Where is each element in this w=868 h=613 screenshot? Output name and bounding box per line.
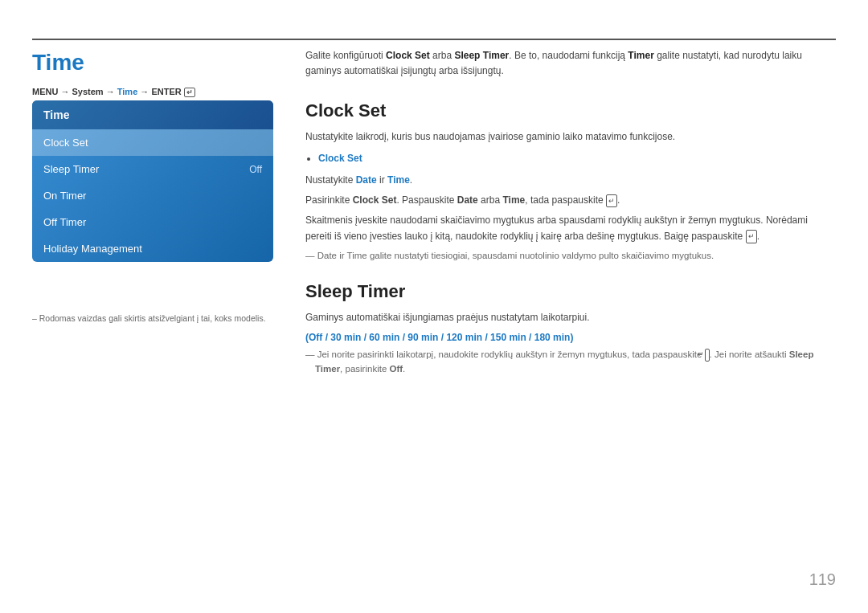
clock-set-step2: Pasirinkite Clock Set. Paspauskite Date … xyxy=(305,193,836,208)
menu-arrow3: → xyxy=(137,87,151,96)
intro-clock-set: Clock Set xyxy=(386,50,430,61)
clock-set-title: Clock Set xyxy=(305,100,836,121)
nav-item-on-timer-label: On Timer xyxy=(43,190,86,202)
step2-time: Time xyxy=(502,194,525,206)
nav-menu: Time Clock Set Sleep Timer Off On Timer … xyxy=(32,100,273,262)
sleep-note-enter-icon: ↵ xyxy=(705,349,710,362)
left-panel: Time Clock Set Sleep Timer Off On Timer … xyxy=(32,100,273,262)
nav-item-sleep-timer-badge: Off xyxy=(249,164,262,175)
step1-date: Date xyxy=(356,174,377,186)
intro-timer: Timer xyxy=(628,50,653,61)
page-number: 119 xyxy=(809,570,836,589)
intro-sleep-timer: Sleep Timer xyxy=(454,50,509,61)
nav-item-holiday-management[interactable]: Holiday Management xyxy=(32,235,273,262)
sleep-timer-note: Jei norite pasirinkti laikotarpį, naudok… xyxy=(305,348,836,377)
clock-set-bullet-item: Clock Set xyxy=(318,151,836,166)
clock-set-note: Date ir Time galite nustatyti tiesiogiai… xyxy=(305,249,836,264)
menu-arrow1: → xyxy=(58,87,72,96)
step2-date: Date xyxy=(457,194,478,206)
nav-item-off-timer-label: Off Timer xyxy=(43,216,86,228)
step3-enter-icon: ↵ xyxy=(746,230,757,243)
page-title: Time xyxy=(32,50,84,76)
note-time: Time xyxy=(347,251,367,260)
sleep-timer-desc: Gaminys automatiškai išjungiamas praėjus… xyxy=(305,310,836,325)
menu-arrow2: → xyxy=(104,87,117,96)
step2-clock-set: Clock Set xyxy=(353,194,397,206)
top-divider xyxy=(32,39,836,40)
clock-set-bullet-label: Clock Set xyxy=(318,153,362,164)
main-content: Galite konfigūruoti Clock Set arba Sleep… xyxy=(305,48,836,376)
footnote: – Rodomas vaizdas gali skirtis atsižvelg… xyxy=(32,313,266,323)
note-date: Date xyxy=(317,251,337,260)
sleep-timer-title: Sleep Timer xyxy=(305,281,836,302)
sleep-timer-section: Sleep Timer Gaminys automatiškai išjungi… xyxy=(305,281,836,377)
clock-set-step1: Nustatykite Date ir Time. xyxy=(305,173,836,188)
nav-item-clock-set-label: Clock Set xyxy=(43,137,88,149)
nav-item-sleep-timer[interactable]: Sleep Timer Off xyxy=(32,156,273,182)
system-label: System xyxy=(72,87,104,96)
menu-keyword: MENU xyxy=(32,87,58,96)
enter-icon: ↵ xyxy=(184,88,195,97)
breadcrumb: MENU → System → Time → ENTER ↵ xyxy=(32,87,195,97)
enter-label: ENTER ↵ xyxy=(151,87,194,96)
clock-set-step3: Skaitmenis įveskite naudodami skaičiavim… xyxy=(305,213,836,243)
nav-item-on-timer[interactable]: On Timer xyxy=(32,182,273,209)
step2-enter-icon: ↵ xyxy=(606,194,617,207)
nav-item-clock-set[interactable]: Clock Set xyxy=(32,129,273,156)
nav-menu-title: Time xyxy=(32,100,273,129)
sleep-timer-options: (Off / 30 min / 60 min / 90 min / 120 mi… xyxy=(305,332,836,343)
intro-paragraph: Galite konfigūruoti Clock Set arba Sleep… xyxy=(305,48,836,78)
step1-time: Time xyxy=(387,174,410,186)
clock-set-bullet-list: Clock Set xyxy=(318,151,836,166)
clock-set-desc: Nustatykite laikrodį, kuris bus naudojam… xyxy=(305,129,836,145)
nav-item-sleep-timer-label: Sleep Timer xyxy=(43,163,99,175)
nav-item-holiday-management-label: Holiday Management xyxy=(43,243,142,255)
sleep-note-off: Off xyxy=(389,364,403,374)
time-label: Time xyxy=(117,87,137,96)
nav-item-off-timer[interactable]: Off Timer xyxy=(32,209,273,235)
